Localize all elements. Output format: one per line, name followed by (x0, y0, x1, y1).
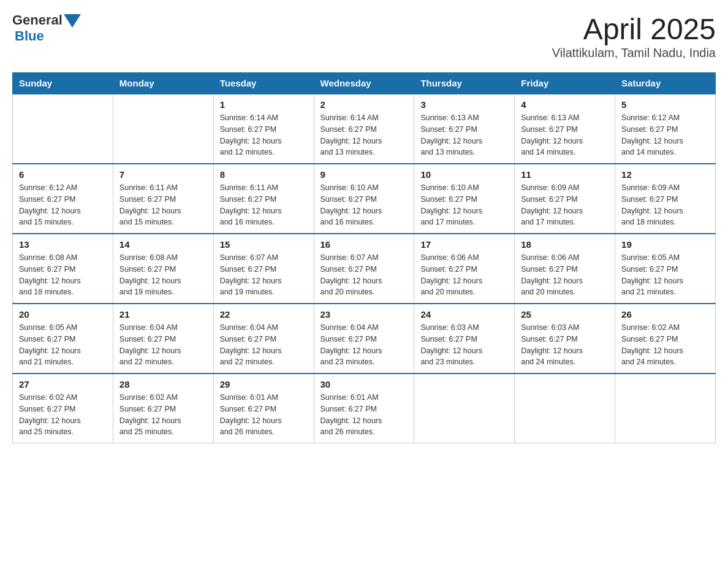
day-info: Sunrise: 6:08 AM Sunset: 6:27 PM Dayligh… (119, 252, 207, 298)
day-info: Sunrise: 6:05 AM Sunset: 6:27 PM Dayligh… (19, 322, 107, 368)
day-info: Sunrise: 6:01 AM Sunset: 6:27 PM Dayligh… (220, 392, 308, 438)
day-info: Sunrise: 6:02 AM Sunset: 6:27 PM Dayligh… (119, 392, 207, 438)
calendar-cell: 19Sunrise: 6:05 AM Sunset: 6:27 PM Dayli… (615, 234, 716, 304)
calendar-cell: 16Sunrise: 6:07 AM Sunset: 6:27 PM Dayli… (314, 234, 414, 304)
calendar-cell: 26Sunrise: 6:02 AM Sunset: 6:27 PM Dayli… (615, 304, 716, 373)
column-header-sunday: Sunday (13, 73, 113, 94)
day-info: Sunrise: 6:06 AM Sunset: 6:27 PM Dayligh… (521, 252, 609, 298)
day-number: 22 (220, 309, 308, 320)
calendar-cell: 4Sunrise: 6:13 AM Sunset: 6:27 PM Daylig… (515, 94, 615, 164)
column-header-tuesday: Tuesday (213, 73, 314, 94)
day-number: 30 (320, 379, 408, 389)
page-header: General Blue April 2025 Vilattikulam, Ta… (12, 12, 716, 60)
calendar-cell: 23Sunrise: 6:04 AM Sunset: 6:27 PM Dayli… (314, 304, 414, 373)
calendar-cell: 9Sunrise: 6:10 AM Sunset: 6:27 PM Daylig… (314, 164, 414, 234)
day-number: 17 (420, 239, 508, 250)
calendar-cell (13, 94, 113, 164)
day-number: 28 (119, 379, 207, 389)
calendar-cell: 11Sunrise: 6:09 AM Sunset: 6:27 PM Dayli… (515, 164, 615, 234)
title-block: April 2025 Vilattikulam, Tamil Nadu, Ind… (552, 12, 716, 60)
calendar-cell: 17Sunrise: 6:06 AM Sunset: 6:27 PM Dayli… (414, 234, 515, 304)
day-number: 6 (19, 169, 107, 180)
day-info: Sunrise: 6:01 AM Sunset: 6:27 PM Dayligh… (320, 392, 408, 438)
day-info: Sunrise: 6:12 AM Sunset: 6:27 PM Dayligh… (19, 182, 107, 228)
column-header-monday: Monday (113, 73, 213, 94)
day-info: Sunrise: 6:12 AM Sunset: 6:27 PM Dayligh… (621, 112, 709, 158)
calendar-cell: 3Sunrise: 6:13 AM Sunset: 6:27 PM Daylig… (414, 94, 515, 164)
day-number: 25 (521, 309, 609, 320)
calendar-cell: 12Sunrise: 6:09 AM Sunset: 6:27 PM Dayli… (615, 164, 716, 234)
day-number: 24 (420, 309, 508, 320)
calendar-cell (615, 373, 716, 443)
day-number: 3 (420, 99, 508, 110)
day-number: 26 (621, 309, 709, 320)
calendar-cell: 29Sunrise: 6:01 AM Sunset: 6:27 PM Dayli… (213, 373, 314, 443)
calendar-week-row: 27Sunrise: 6:02 AM Sunset: 6:27 PM Dayli… (13, 373, 716, 443)
day-info: Sunrise: 6:05 AM Sunset: 6:27 PM Dayligh… (621, 252, 709, 298)
calendar-cell: 28Sunrise: 6:02 AM Sunset: 6:27 PM Dayli… (113, 373, 213, 443)
calendar-cell: 25Sunrise: 6:03 AM Sunset: 6:27 PM Dayli… (515, 304, 615, 373)
svg-marker-0 (64, 14, 81, 28)
calendar-cell (515, 373, 615, 443)
day-info: Sunrise: 6:14 AM Sunset: 6:27 PM Dayligh… (220, 112, 308, 158)
day-info: Sunrise: 6:11 AM Sunset: 6:27 PM Dayligh… (119, 182, 207, 228)
calendar-cell: 6Sunrise: 6:12 AM Sunset: 6:27 PM Daylig… (13, 164, 113, 234)
day-info: Sunrise: 6:11 AM Sunset: 6:27 PM Dayligh… (220, 182, 308, 228)
day-info: Sunrise: 6:06 AM Sunset: 6:27 PM Dayligh… (420, 252, 508, 298)
day-info: Sunrise: 6:14 AM Sunset: 6:27 PM Dayligh… (320, 112, 408, 158)
calendar-cell: 13Sunrise: 6:08 AM Sunset: 6:27 PM Dayli… (13, 234, 113, 304)
calendar-cell (414, 373, 515, 443)
day-number: 1 (220, 99, 308, 110)
day-info: Sunrise: 6:04 AM Sunset: 6:27 PM Dayligh… (320, 322, 408, 368)
day-number: 2 (320, 99, 408, 110)
day-number: 23 (320, 309, 408, 320)
day-number: 15 (220, 239, 308, 250)
calendar-title: April 2025 (552, 12, 716, 46)
day-number: 4 (521, 99, 609, 110)
day-number: 12 (621, 169, 709, 180)
day-number: 9 (320, 169, 408, 180)
day-info: Sunrise: 6:04 AM Sunset: 6:27 PM Dayligh… (220, 322, 308, 368)
day-number: 20 (19, 309, 107, 320)
calendar-cell: 5Sunrise: 6:12 AM Sunset: 6:27 PM Daylig… (615, 94, 716, 164)
column-header-friday: Friday (515, 73, 615, 94)
calendar-cell: 30Sunrise: 6:01 AM Sunset: 6:27 PM Dayli… (314, 373, 414, 443)
calendar-cell: 7Sunrise: 6:11 AM Sunset: 6:27 PM Daylig… (113, 164, 213, 234)
day-info: Sunrise: 6:07 AM Sunset: 6:27 PM Dayligh… (220, 252, 308, 298)
day-info: Sunrise: 6:09 AM Sunset: 6:27 PM Dayligh… (621, 182, 709, 228)
day-info: Sunrise: 6:08 AM Sunset: 6:27 PM Dayligh… (19, 252, 107, 298)
calendar-subtitle: Vilattikulam, Tamil Nadu, India (552, 46, 716, 60)
day-info: Sunrise: 6:03 AM Sunset: 6:27 PM Dayligh… (521, 322, 609, 368)
day-number: 27 (19, 379, 107, 389)
day-number: 10 (420, 169, 508, 180)
day-info: Sunrise: 6:10 AM Sunset: 6:27 PM Dayligh… (420, 182, 508, 228)
calendar-week-row: 13Sunrise: 6:08 AM Sunset: 6:27 PM Dayli… (13, 234, 716, 304)
day-info: Sunrise: 6:09 AM Sunset: 6:27 PM Dayligh… (521, 182, 609, 228)
calendar-cell: 8Sunrise: 6:11 AM Sunset: 6:27 PM Daylig… (213, 164, 314, 234)
day-info: Sunrise: 6:13 AM Sunset: 6:27 PM Dayligh… (521, 112, 609, 158)
day-info: Sunrise: 6:04 AM Sunset: 6:27 PM Dayligh… (119, 322, 207, 368)
day-info: Sunrise: 6:02 AM Sunset: 6:27 PM Dayligh… (621, 322, 709, 368)
day-number: 7 (119, 169, 207, 180)
day-info: Sunrise: 6:03 AM Sunset: 6:27 PM Dayligh… (420, 322, 508, 368)
day-number: 21 (119, 309, 207, 320)
day-number: 13 (19, 239, 107, 250)
column-header-thursday: Thursday (414, 73, 515, 94)
day-number: 29 (220, 379, 308, 389)
day-number: 19 (621, 239, 709, 250)
day-number: 8 (220, 169, 308, 180)
calendar-cell: 22Sunrise: 6:04 AM Sunset: 6:27 PM Dayli… (213, 304, 314, 373)
calendar-cell: 18Sunrise: 6:06 AM Sunset: 6:27 PM Dayli… (515, 234, 615, 304)
logo-general-text: General (12, 12, 63, 28)
day-info: Sunrise: 6:10 AM Sunset: 6:27 PM Dayligh… (320, 182, 408, 228)
calendar-cell: 20Sunrise: 6:05 AM Sunset: 6:27 PM Dayli… (13, 304, 113, 373)
day-number: 5 (621, 99, 709, 110)
calendar-header-row: SundayMondayTuesdayWednesdayThursdayFrid… (13, 73, 716, 94)
calendar-table: SundayMondayTuesdayWednesdayThursdayFrid… (12, 72, 716, 443)
day-info: Sunrise: 6:02 AM Sunset: 6:27 PM Dayligh… (19, 392, 107, 438)
calendar-cell: 21Sunrise: 6:04 AM Sunset: 6:27 PM Dayli… (113, 304, 213, 373)
column-header-saturday: Saturday (615, 73, 716, 94)
calendar-cell: 2Sunrise: 6:14 AM Sunset: 6:27 PM Daylig… (314, 94, 414, 164)
day-info: Sunrise: 6:07 AM Sunset: 6:27 PM Dayligh… (320, 252, 408, 298)
calendar-cell: 15Sunrise: 6:07 AM Sunset: 6:27 PM Dayli… (213, 234, 314, 304)
